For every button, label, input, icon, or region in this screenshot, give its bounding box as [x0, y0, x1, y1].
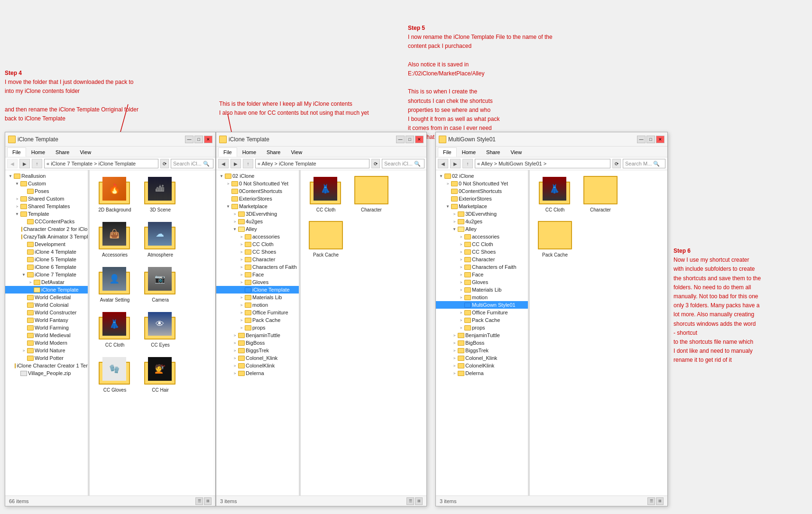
tree-item-sharedcustom[interactable]: > Shared Custom [5, 195, 88, 202]
mid-tree-delerna[interactable]: > Delerna [216, 369, 299, 377]
left-minimize-btn[interactable]: — [185, 136, 194, 143]
tree-item-worldfantasy[interactable]: World Fantasy [5, 316, 88, 324]
mid-tree-4u2ges[interactable]: > 4u2ges [216, 218, 299, 225]
mid-close-btn[interactable]: ✕ [415, 136, 424, 143]
right-tree-notshortcutted[interactable]: > 0 Not Shortcutted Yet [436, 180, 528, 187]
tree-item-worldnature[interactable]: > World Nature [5, 347, 88, 354]
right-minimize-btn[interactable]: — [637, 136, 646, 143]
right-tree-multigown[interactable]: MultiGown Style01 [436, 301, 528, 309]
mid-maximize-btn[interactable]: □ [406, 136, 414, 143]
tree-item-worldcellestial[interactable]: World Cellestial [5, 294, 88, 301]
right-file-character[interactable]: Character [579, 174, 622, 216]
mid-address-path[interactable]: « Alley > iClone Template [255, 159, 369, 168]
left-address-path[interactable]: « iClone 7 Template > iClone Template [44, 159, 158, 168]
file-item-cceyes[interactable]: 👁 CC Eyes [139, 309, 182, 351]
right-tree-bigboss[interactable]: > BigBoss [436, 339, 528, 347]
left-forward-btn[interactable]: ▶ [19, 159, 30, 168]
right-tree-ccshoes[interactable]: > CC Shoes [436, 248, 528, 256]
mid-up-btn[interactable]: ↑ [243, 159, 253, 168]
tree-item-poses[interactable]: Poses [5, 187, 88, 195]
mid-tree-3deverything[interactable]: > 3DEvervthing [216, 210, 299, 218]
mid-status-icon-1[interactable]: ☰ [406, 497, 414, 505]
right-tab-view[interactable]: View [505, 147, 527, 157]
left-close-btn[interactable]: ✕ [204, 136, 212, 143]
tree-item-ic4[interactable]: iClone 4 Template [5, 248, 88, 256]
mid-tree-alley[interactable]: ▼ Alley [216, 225, 299, 233]
left-refresh-btn[interactable]: ⟳ [160, 159, 169, 168]
right-tree-packcache[interactable]: > Pack Cache [436, 316, 528, 324]
mid-tree-motion[interactable]: > motion [216, 301, 299, 309]
status-icon-2[interactable]: ⊞ [204, 497, 212, 505]
mid-tab-view[interactable]: View [286, 147, 307, 157]
left-search-box[interactable]: Search iCl... 🔍 [171, 159, 213, 168]
tree-item-ic5[interactable]: iClone 5 Template [5, 256, 88, 263]
right-forward-btn[interactable]: ▶ [450, 159, 461, 168]
tree-item-cccontentpacks[interactable]: CCContentPacks [5, 218, 88, 225]
mid-tree-charfaith[interactable]: > Characters of Faith [216, 263, 299, 271]
mid-tree-ccshoes[interactable]: > CC Shoes [216, 248, 299, 256]
right-up-btn[interactable]: ↑ [462, 159, 473, 168]
mid-file-cccloth[interactable]: 👗 CC Cloth [304, 174, 347, 216]
mid-tree-colonelklink2[interactable]: > ColonelKlink [216, 362, 299, 369]
right-back-btn[interactable]: ◀ [438, 159, 448, 168]
file-item-accessories[interactable]: 👜 Accessories [93, 219, 136, 261]
mid-status-icon-2[interactable]: ⊞ [415, 497, 423, 505]
mid-tree-officefurniture[interactable]: > Office Furniture [216, 309, 299, 316]
right-tree-face[interactable]: > Face [436, 271, 528, 278]
mid-forward-btn[interactable]: ▶ [231, 159, 241, 168]
mid-tree-face[interactable]: > Face [216, 271, 299, 278]
left-maximize-btn[interactable]: □ [194, 136, 203, 143]
file-item-atmosphere[interactable]: ☁ Atmosphere [139, 219, 182, 261]
mid-tree-exteriorstores[interactable]: ExteriorStores [216, 195, 299, 202]
right-tree-colonelklink1[interactable]: > Colonel_Klink [436, 354, 528, 362]
status-icon-1[interactable]: ☰ [195, 497, 203, 505]
file-item-avatarsetting[interactable]: 👤 Avatar Setting [93, 264, 136, 306]
right-file-packcache[interactable]: Pack Cache [534, 219, 576, 261]
mid-tree-marketplace[interactable]: ▼ Marketplace [216, 202, 299, 210]
file-item-cchair[interactable]: 💇 CC Hair [139, 354, 182, 396]
file-item-camera[interactable]: 📷 Camera [139, 264, 182, 306]
left-tab-share[interactable]: Share [50, 147, 74, 157]
left-tab-view[interactable]: View [74, 147, 96, 157]
mid-file-character[interactable]: Character [350, 174, 393, 216]
right-tree-charfaith[interactable]: > Characters of Faith [436, 263, 528, 271]
mid-tree-benjamintuttle[interactable]: > BenjaminTuttle [216, 331, 299, 339]
mid-tree-biggstrek[interactable]: > BiggsTrek [216, 347, 299, 354]
right-tree-colonelklink2[interactable]: > ColonelKlink [436, 362, 528, 369]
right-tree-accessories[interactable]: > accessories [436, 233, 528, 240]
right-tree-0contentshortcuts[interactable]: 0ContentShortcuts [436, 187, 528, 195]
left-tab-file[interactable]: File [7, 147, 26, 157]
tree-item-villagezip[interactable]: Village_People.zip [5, 369, 88, 377]
right-file-cccloth[interactable]: 👗 CC Cloth [534, 174, 576, 216]
right-tree-cccloth[interactable]: > CC Cloth [436, 240, 528, 248]
right-tree-character[interactable]: > Character [436, 256, 528, 263]
tree-item-ic6[interactable]: iClone 6 Template [5, 263, 88, 271]
mid-tree-cccloth[interactable]: > CC Cloth [216, 240, 299, 248]
tree-item-sharedtemplates[interactable]: > Shared Templates [5, 202, 88, 210]
tree-item-reallusion[interactable]: ▼ Reallusion [5, 172, 88, 180]
right-refresh-btn[interactable]: ⟳ [612, 159, 621, 168]
mid-tree-props[interactable]: > props [216, 324, 299, 331]
right-tree-delerna[interactable]: > Delerna [436, 369, 528, 377]
right-search-box[interactable]: Search M... 🔍 [623, 159, 665, 168]
right-tree-props[interactable]: > props [436, 324, 528, 331]
right-tab-share[interactable]: Share [481, 147, 505, 157]
tree-item-cc2[interactable]: Character Creator 2 for iClone Template [5, 225, 88, 233]
right-tree-gloves[interactable]: > Gloves [436, 278, 528, 286]
right-tree-3deverything[interactable]: > 3DEvervthing [436, 210, 528, 218]
tree-item-template[interactable]: ▼ Template [5, 210, 88, 218]
right-close-btn[interactable]: ✕ [656, 136, 664, 143]
right-address-path[interactable]: « Alley > MultiGown Style01 > [475, 159, 610, 168]
tree-item-worldpotter[interactable]: World Potter [5, 354, 88, 362]
file-item-3dscene[interactable]: 🏙 3D Scene [139, 174, 182, 216]
mid-tab-share[interactable]: Share [261, 147, 286, 157]
left-up-btn[interactable]: ↑ [32, 159, 42, 168]
tree-item-worldconstructer[interactable]: World Constructer [5, 309, 88, 316]
right-status-icon-1[interactable]: ☰ [647, 497, 655, 505]
mid-refresh-btn[interactable]: ⟳ [371, 159, 380, 168]
file-item-ccgloves[interactable]: 🧤 CC Gloves [93, 354, 136, 396]
right-tree-alley[interactable]: ▼ Alley [436, 225, 528, 233]
mid-tree-character[interactable]: > Character [216, 256, 299, 263]
tree-item-defavatar[interactable]: > DefAvatar [5, 278, 88, 286]
tree-item-icc1[interactable]: iClone Character Creator 1 Template [5, 362, 88, 369]
